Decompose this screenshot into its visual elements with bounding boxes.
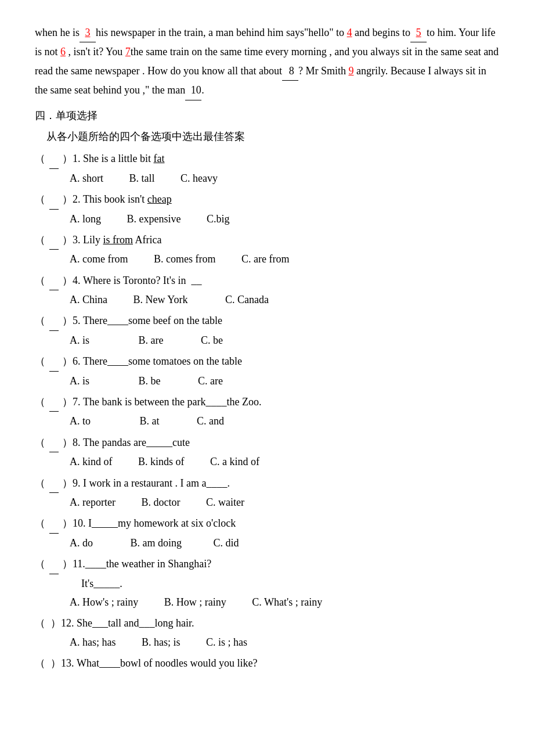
blank-3: 3 xyxy=(80,23,96,42)
q6-options: A. is B. be C. are xyxy=(70,372,499,390)
q7-line: （ ）7. The bank is between the park____th… xyxy=(35,393,499,412)
section4-subtitle: 从各小题所给的四个备选项中选出最佳答案 xyxy=(46,127,499,146)
q11-line: （ ）11.____the weather in Shanghai? xyxy=(35,555,499,574)
q11-line2: It's_____. xyxy=(81,574,499,593)
q9-line: （ ）9. I work in a restaurant . I am a___… xyxy=(35,474,499,493)
question-6: （ ）6. There____some tomatoes on the tabl… xyxy=(35,352,499,390)
question-5: （ ）5. There____some beef on the table A.… xyxy=(35,311,499,350)
question-13: （ ）13. What____bowl of noodles would you… xyxy=(35,654,499,672)
q11-options: A. How's ; rainy B. How ; rainy C. What'… xyxy=(70,593,499,611)
q1-options: A. short B. tall C. heavy xyxy=(70,169,499,188)
question-2: （ ）2. This book isn't cheap A. long B. e… xyxy=(35,190,499,228)
q5-options: A. is B. are C. be xyxy=(70,331,499,350)
question-3: （ ）3. Lily is from Africa A. come from B… xyxy=(35,231,499,269)
q10-line: （ ）10. I_____my homework at six o'clock xyxy=(35,514,499,533)
question-8: （ ）8. The pandas are_____cute A. kind of… xyxy=(35,433,499,471)
q4-options: A. China B. New York C. Canada xyxy=(70,290,499,309)
q3-options: A. come from B. comes from C. are from xyxy=(70,250,499,268)
blank-5: 5 xyxy=(410,23,427,42)
section4-title: 四．单项选择 xyxy=(35,106,499,125)
question-7: （ ）7. The bank is between the park____th… xyxy=(35,393,499,431)
content-area: when he is 3 his newspaper in the train,… xyxy=(35,23,499,673)
question-9: （ ）9. I work in a restaurant . I am a___… xyxy=(35,474,499,512)
q12-options: A. has; has B. has; is C. is ; has xyxy=(70,633,499,651)
q8-options: A. kind of B. kinds of C. a kind of xyxy=(70,452,499,471)
question-10: （ ）10. I_____my homework at six o'clock … xyxy=(35,514,499,552)
q9-options: A. reporter B. doctor C. waiter xyxy=(70,493,499,512)
blank-8: 8 xyxy=(282,62,298,81)
q2-line: （ ）2. This book isn't cheap xyxy=(35,190,499,209)
q10-options: A. do B. am doing C. did xyxy=(70,534,499,552)
passage-text: when he is 3 his newspaper in the train,… xyxy=(35,23,499,100)
q5-line: （ ）5. There____some beef on the table xyxy=(35,311,499,330)
question-12: （ ）12. She___tall and___long hair. A. ha… xyxy=(35,614,499,651)
question-1: （ ）1. She is a little bit fat A. short B… xyxy=(35,149,499,188)
q4-line: （ ）4. Where is Toronto? It's in __ xyxy=(35,271,499,290)
q2-options: A. long B. expensive C.big xyxy=(70,210,499,228)
question-11: （ ）11.____the weather in Shanghai? It's_… xyxy=(35,555,499,611)
question-4: （ ）4. Where is Toronto? It's in __ A. Ch… xyxy=(35,271,499,309)
blank-10: 10 xyxy=(185,81,201,100)
q12-line: （ ）12. She___tall and___long hair. xyxy=(35,614,499,632)
q3-line: （ ）3. Lily is from Africa xyxy=(35,231,499,250)
q8-line: （ ）8. The pandas are_____cute xyxy=(35,433,499,452)
q7-options: A. to B. at C. and xyxy=(70,412,499,430)
q13-line: （ ）13. What____bowl of noodles would you… xyxy=(35,654,499,672)
q6-line: （ ）6. There____some tomatoes on the tabl… xyxy=(35,352,499,371)
q1-line: （ ）1. She is a little bit fat xyxy=(35,149,499,168)
